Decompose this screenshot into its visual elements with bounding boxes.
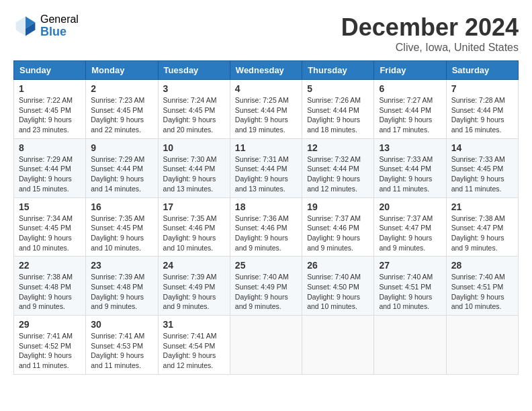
day-info: Sunrise: 7:29 AMSunset: 4:44 PMDaylight:… [19, 154, 81, 194]
day-info: Sunrise: 7:22 AMSunset: 4:45 PMDaylight:… [19, 95, 81, 135]
day-info: Sunrise: 7:36 AMSunset: 4:46 PMDaylight:… [235, 214, 297, 253]
day-number: 17 [163, 201, 225, 212]
day-number: 28 [451, 260, 513, 271]
calendar-cell [446, 316, 518, 375]
calendar-cell [230, 316, 302, 375]
calendar-header-row: SundayMondayTuesdayWednesdayThursdayFrid… [14, 61, 519, 80]
calendar-week-row: 29 Sunrise: 7:41 AMSunset: 4:52 PMDaylig… [14, 316, 519, 375]
day-number: 18 [235, 201, 297, 212]
calendar-cell [374, 316, 446, 375]
day-number: 16 [91, 201, 152, 212]
calendar-cell: 8 Sunrise: 7:29 AMSunset: 4:44 PMDayligh… [14, 138, 86, 197]
day-number: 21 [451, 201, 513, 212]
day-info: Sunrise: 7:40 AMSunset: 4:50 PMDaylight:… [307, 272, 369, 312]
title-block: December 2024 Clive, Iowa, United States [341, 13, 519, 54]
day-info: Sunrise: 7:24 AMSunset: 4:45 PMDaylight:… [163, 95, 225, 135]
day-info: Sunrise: 7:37 AMSunset: 4:46 PMDaylight:… [307, 214, 369, 253]
day-info: Sunrise: 7:41 AMSunset: 4:53 PMDaylight:… [91, 331, 152, 371]
day-number: 2 [91, 83, 152, 94]
day-number: 20 [379, 201, 441, 212]
day-number: 7 [451, 83, 513, 94]
day-info: Sunrise: 7:35 AMSunset: 4:45 PMDaylight:… [91, 214, 152, 253]
day-number: 9 [91, 142, 152, 153]
calendar-cell: 5 Sunrise: 7:26 AMSunset: 4:44 PMDayligh… [302, 80, 374, 139]
day-info: Sunrise: 7:41 AMSunset: 4:52 PMDaylight:… [19, 331, 81, 371]
calendar-week-row: 8 Sunrise: 7:29 AMSunset: 4:44 PMDayligh… [14, 138, 519, 197]
calendar-cell: 23 Sunrise: 7:39 AMSunset: 4:48 PMDaylig… [86, 257, 158, 316]
day-info: Sunrise: 7:33 AMSunset: 4:44 PMDaylight:… [379, 154, 441, 194]
calendar-cell: 26 Sunrise: 7:40 AMSunset: 4:50 PMDaylig… [302, 257, 374, 316]
logo-blue: Blue [40, 26, 79, 39]
day-number: 26 [307, 260, 369, 271]
calendar-cell: 20 Sunrise: 7:37 AMSunset: 4:47 PMDaylig… [374, 197, 446, 257]
day-info: Sunrise: 7:23 AMSunset: 4:45 PMDaylight:… [91, 95, 152, 135]
calendar-header-monday: Monday [86, 61, 158, 80]
day-number: 15 [19, 201, 81, 212]
day-number: 10 [163, 142, 225, 153]
page-header: General Blue December 2024 Clive, Iowa, … [13, 13, 519, 54]
calendar-header-friday: Friday [374, 61, 446, 80]
day-number: 14 [451, 142, 513, 153]
calendar-cell: 9 Sunrise: 7:29 AMSunset: 4:44 PMDayligh… [86, 138, 158, 197]
day-number: 24 [163, 260, 225, 271]
calendar-cell: 6 Sunrise: 7:27 AMSunset: 4:44 PMDayligh… [374, 80, 446, 139]
calendar-cell: 21 Sunrise: 7:38 AMSunset: 4:47 PMDaylig… [446, 197, 518, 257]
day-number: 29 [19, 319, 81, 330]
calendar-header-saturday: Saturday [446, 61, 518, 80]
day-number: 12 [307, 142, 369, 153]
calendar-cell: 3 Sunrise: 7:24 AMSunset: 4:45 PMDayligh… [158, 80, 230, 139]
day-info: Sunrise: 7:32 AMSunset: 4:44 PMDaylight:… [307, 154, 369, 194]
calendar-cell: 4 Sunrise: 7:25 AMSunset: 4:44 PMDayligh… [230, 80, 302, 139]
calendar-cell: 11 Sunrise: 7:31 AMSunset: 4:44 PMDaylig… [230, 138, 302, 197]
day-info: Sunrise: 7:31 AMSunset: 4:44 PMDaylight:… [235, 154, 297, 194]
calendar-cell: 24 Sunrise: 7:39 AMSunset: 4:49 PMDaylig… [158, 257, 230, 316]
calendar-cell: 14 Sunrise: 7:33 AMSunset: 4:45 PMDaylig… [446, 138, 518, 197]
day-info: Sunrise: 7:35 AMSunset: 4:46 PMDaylight:… [163, 214, 225, 253]
calendar-cell: 18 Sunrise: 7:36 AMSunset: 4:46 PMDaylig… [230, 197, 302, 257]
day-number: 19 [307, 201, 369, 212]
calendar-week-row: 1 Sunrise: 7:22 AMSunset: 4:45 PMDayligh… [14, 80, 519, 139]
day-number: 6 [379, 83, 441, 94]
day-info: Sunrise: 7:34 AMSunset: 4:45 PMDaylight:… [19, 214, 81, 253]
day-number: 1 [19, 83, 81, 94]
day-number: 31 [163, 319, 225, 330]
calendar-cell: 19 Sunrise: 7:37 AMSunset: 4:46 PMDaylig… [302, 197, 374, 257]
calendar-cell: 25 Sunrise: 7:40 AMSunset: 4:49 PMDaylig… [230, 257, 302, 316]
calendar-week-row: 15 Sunrise: 7:34 AMSunset: 4:45 PMDaylig… [14, 197, 519, 257]
calendar-header-thursday: Thursday [302, 61, 374, 80]
calendar-header-wednesday: Wednesday [230, 61, 302, 80]
day-number: 23 [91, 260, 152, 271]
day-info: Sunrise: 7:40 AMSunset: 4:51 PMDaylight:… [451, 272, 513, 312]
calendar-header-tuesday: Tuesday [158, 61, 230, 80]
day-info: Sunrise: 7:40 AMSunset: 4:49 PMDaylight:… [235, 272, 297, 312]
logo: General Blue [13, 13, 79, 38]
day-info: Sunrise: 7:33 AMSunset: 4:45 PMDaylight:… [451, 154, 513, 194]
calendar-cell: 28 Sunrise: 7:40 AMSunset: 4:51 PMDaylig… [446, 257, 518, 316]
day-info: Sunrise: 7:41 AMSunset: 4:54 PMDaylight:… [163, 331, 225, 371]
day-number: 3 [163, 83, 225, 94]
calendar-cell: 10 Sunrise: 7:30 AMSunset: 4:44 PMDaylig… [158, 138, 230, 197]
calendar-cell: 30 Sunrise: 7:41 AMSunset: 4:53 PMDaylig… [86, 316, 158, 375]
day-number: 11 [235, 142, 297, 153]
day-info: Sunrise: 7:37 AMSunset: 4:47 PMDaylight:… [379, 214, 441, 253]
day-info: Sunrise: 7:27 AMSunset: 4:44 PMDaylight:… [379, 95, 441, 135]
day-info: Sunrise: 7:40 AMSunset: 4:51 PMDaylight:… [379, 272, 441, 312]
calendar-cell [302, 316, 374, 375]
logo-text: General Blue [40, 13, 79, 38]
day-number: 27 [379, 260, 441, 271]
day-info: Sunrise: 7:38 AMSunset: 4:47 PMDaylight:… [451, 214, 513, 253]
day-number: 30 [91, 319, 152, 330]
calendar-cell: 16 Sunrise: 7:35 AMSunset: 4:45 PMDaylig… [86, 197, 158, 257]
day-number: 25 [235, 260, 297, 271]
day-info: Sunrise: 7:29 AMSunset: 4:44 PMDaylight:… [91, 154, 152, 194]
day-info: Sunrise: 7:39 AMSunset: 4:48 PMDaylight:… [91, 272, 152, 312]
calendar-cell: 29 Sunrise: 7:41 AMSunset: 4:52 PMDaylig… [14, 316, 86, 375]
calendar-cell: 1 Sunrise: 7:22 AMSunset: 4:45 PMDayligh… [14, 80, 86, 139]
calendar-cell: 17 Sunrise: 7:35 AMSunset: 4:46 PMDaylig… [158, 197, 230, 257]
calendar-week-row: 22 Sunrise: 7:38 AMSunset: 4:48 PMDaylig… [14, 257, 519, 316]
day-info: Sunrise: 7:26 AMSunset: 4:44 PMDaylight:… [307, 95, 369, 135]
calendar-cell: 12 Sunrise: 7:32 AMSunset: 4:44 PMDaylig… [302, 138, 374, 197]
calendar-cell: 31 Sunrise: 7:41 AMSunset: 4:54 PMDaylig… [158, 316, 230, 375]
logo-general: General [40, 13, 79, 26]
calendar-cell: 2 Sunrise: 7:23 AMSunset: 4:45 PMDayligh… [86, 80, 158, 139]
